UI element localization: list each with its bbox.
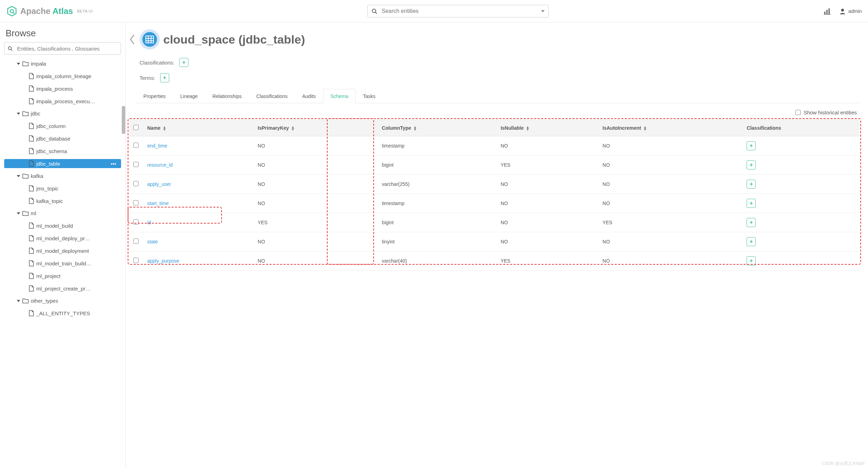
row-checkbox[interactable] bbox=[133, 258, 139, 263]
tree-node-ml-model-deployment[interactable]: ml_model_deployment bbox=[4, 246, 121, 255]
tree-label: jms_topic bbox=[36, 186, 58, 191]
col-isnullable[interactable]: IsNullable ▲▼ bbox=[496, 120, 598, 136]
show-historical-checkbox[interactable] bbox=[795, 110, 801, 115]
search-input[interactable] bbox=[367, 5, 549, 17]
back-button[interactable] bbox=[129, 33, 136, 45]
header: Apache Atlas BETA UI admin bbox=[0, 0, 868, 22]
add-classification-button[interactable]: + bbox=[747, 199, 756, 208]
tree-node-other-types[interactable]: other_types bbox=[4, 296, 121, 305]
column-name-link[interactable]: id bbox=[147, 220, 151, 225]
tree-node-jdbc-database[interactable]: jdbc_database bbox=[4, 134, 121, 143]
tree-node-ml-model-train-build-[interactable]: ml_model_train_build… bbox=[4, 259, 121, 268]
add-term-button[interactable]: + bbox=[160, 73, 169, 82]
col-classifications[interactable]: Classifications bbox=[742, 120, 860, 136]
column-name-link[interactable]: apply_purpose bbox=[147, 258, 179, 264]
tab-properties[interactable]: Properties bbox=[136, 89, 173, 103]
more-icon[interactable]: ••• bbox=[111, 161, 119, 167]
tree-node-impala-process[interactable]: impala_process bbox=[4, 84, 121, 93]
tab-audits[interactable]: Audits bbox=[295, 89, 323, 103]
file-icon bbox=[29, 248, 34, 254]
show-historical-toggle[interactable]: Show historical entities bbox=[795, 110, 857, 115]
column-name-link[interactable]: resource_id bbox=[147, 162, 173, 168]
svg-marker-0 bbox=[8, 6, 16, 16]
tree-node-jdbc-table[interactable]: jdbc_table••• bbox=[4, 159, 121, 168]
tree-node-impala[interactable]: impala bbox=[4, 59, 121, 68]
tab-lineage[interactable]: Lineage bbox=[173, 89, 205, 103]
tree-node-jdbc-schema[interactable]: jdbc_schema bbox=[4, 146, 121, 156]
caret-icon bbox=[17, 300, 20, 302]
row-checkbox[interactable] bbox=[133, 200, 139, 205]
caret-down-icon[interactable] bbox=[541, 10, 545, 12]
caret-icon bbox=[17, 212, 20, 214]
caret-icon bbox=[17, 113, 20, 115]
cell-type: bigint bbox=[378, 156, 496, 175]
entity-tree: impalaimpala_column_lineageimpala_proces… bbox=[4, 58, 121, 319]
browse-search-input[interactable] bbox=[4, 42, 121, 55]
add-classification-button[interactable]: + bbox=[747, 180, 756, 189]
table-row: stateNOtinyintNONO+ bbox=[129, 232, 860, 251]
col-columntype[interactable]: ColumnType ▲▼ bbox=[378, 120, 496, 136]
tab-classifications[interactable]: Classifications bbox=[249, 89, 295, 103]
tree-node-impala-column-lineage[interactable]: impala_column_lineage bbox=[4, 71, 121, 81]
row-checkbox[interactable] bbox=[133, 143, 139, 148]
add-classification-button[interactable]: + bbox=[747, 160, 756, 169]
scrollbar[interactable] bbox=[122, 106, 125, 134]
global-search bbox=[367, 5, 549, 17]
column-name-link[interactable]: apply_user bbox=[147, 181, 171, 187]
folder-icon bbox=[22, 61, 29, 66]
tree-label: ml_project_create_pr… bbox=[36, 286, 91, 292]
add-classification-button[interactable]: + bbox=[747, 237, 756, 246]
search-icon bbox=[372, 8, 377, 14]
col-isprimarykey[interactable]: IsPrimaryKey ▲▼ bbox=[254, 120, 378, 136]
tree-node-ml-model-build[interactable]: ml_model_build bbox=[4, 221, 121, 230]
tree-node-jdbc-column[interactable]: jdbc_column bbox=[4, 121, 121, 130]
stats-icon[interactable] bbox=[823, 7, 831, 15]
select-all-checkbox[interactable] bbox=[133, 125, 139, 130]
tree-label: ml_project bbox=[36, 273, 60, 279]
tree-node-ml-project-create-pr-[interactable]: ml_project_create_pr… bbox=[4, 284, 121, 293]
tree-node-kafka[interactable]: kafka bbox=[4, 172, 121, 180]
column-name-link[interactable]: state bbox=[147, 239, 158, 244]
row-checkbox[interactable] bbox=[133, 239, 139, 244]
tree-node--ALL-ENTITY-TYPES[interactable]: _ALL_ENTITY_TYPES bbox=[4, 309, 121, 318]
cell-auto: NO bbox=[598, 232, 742, 251]
brand-apache: Apache bbox=[20, 6, 51, 16]
tree-node-jms-topic[interactable]: jms_topic bbox=[4, 184, 121, 193]
cell-auto: NO bbox=[598, 194, 742, 213]
column-name-link[interactable]: start_time bbox=[147, 201, 169, 206]
cell-pk: NO bbox=[254, 251, 378, 271]
tree-node-ml[interactable]: ml bbox=[4, 209, 121, 218]
cell-pk: NO bbox=[254, 136, 378, 156]
tab-relationships[interactable]: Relationships bbox=[205, 89, 249, 103]
table-row: idYESbigintNOYES+ bbox=[129, 213, 860, 232]
tree-label: ml_model_train_build… bbox=[36, 261, 91, 266]
row-checkbox[interactable] bbox=[133, 181, 139, 186]
tree-node-jdbc[interactable]: jdbc bbox=[4, 109, 121, 118]
tree-node-ml-model-deploy-pr-[interactable]: ml_model_deploy_pr… bbox=[4, 234, 121, 243]
col-isautoincrement[interactable]: IsAutoIncrement ▲▼ bbox=[598, 120, 742, 136]
search-icon bbox=[8, 46, 13, 51]
add-classification-button[interactable]: + bbox=[747, 218, 756, 227]
sort-icon: ▲▼ bbox=[643, 126, 647, 131]
add-classification-button[interactable]: + bbox=[179, 58, 188, 67]
tree-node-impala-process-execu-[interactable]: impala_process_execu… bbox=[4, 97, 121, 106]
folder-icon bbox=[22, 211, 29, 216]
add-classification-button[interactable]: + bbox=[747, 141, 756, 150]
tree-node-ml-project[interactable]: ml_project bbox=[4, 271, 121, 280]
file-icon bbox=[29, 198, 34, 204]
row-checkbox[interactable] bbox=[133, 219, 139, 225]
user-menu[interactable]: admin bbox=[839, 8, 862, 14]
file-icon bbox=[29, 85, 34, 92]
logo[interactable]: Apache Atlas BETA UI bbox=[6, 6, 93, 17]
add-classification-button[interactable]: + bbox=[747, 256, 756, 265]
terms-label: Terms: bbox=[140, 75, 155, 81]
col-name[interactable]: Name ▲▼ bbox=[143, 120, 254, 136]
column-name-link[interactable]: end_time bbox=[147, 143, 167, 149]
tab-schema[interactable]: Schema bbox=[323, 89, 356, 103]
row-checkbox[interactable] bbox=[133, 162, 139, 167]
tree-node-kafka-topic[interactable]: kafka_topic bbox=[4, 196, 121, 205]
entity-type-icon bbox=[140, 29, 160, 50]
tree-label: impala_column_lineage bbox=[36, 73, 91, 79]
username: admin bbox=[848, 8, 862, 14]
tab-tasks[interactable]: Tasks bbox=[356, 89, 383, 103]
